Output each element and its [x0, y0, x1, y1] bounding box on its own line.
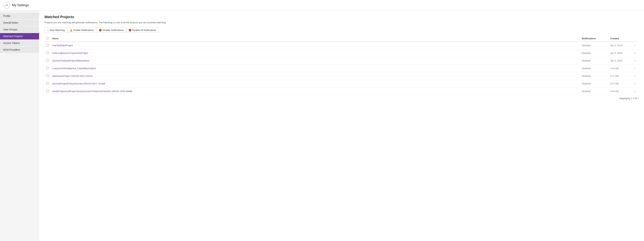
row-checkbox-6[interactable] — [46, 90, 49, 92]
row-checkbox-1[interactable] — [46, 52, 49, 54]
row-checkbox-5[interactable] — [46, 82, 49, 84]
disable-notifications-label: Disable Notifications — [102, 29, 124, 32]
stop-watching-label: Stop Watching — [50, 29, 65, 32]
app-header: My Settings — [0, 0, 644, 11]
avatar — [4, 2, 10, 8]
table-row: QaAutoIacProject-240103-0521-r2imrm Disa… — [44, 72, 639, 80]
created-date-4: 5:21 AM — [608, 72, 632, 80]
project-link-4[interactable]: QaAutoIacProject-240103-0521-r2imrm — [52, 75, 93, 77]
row-checkbox-2[interactable] — [46, 59, 49, 62]
created-date-5: 3:27 AM — [608, 80, 632, 88]
project-link-5[interactable]: QAAutoProjectPolicyOverride-240103-0327-… — [52, 82, 105, 85]
star-button-0[interactable]: ☆ — [633, 44, 636, 48]
table-row: HubTestDataProject Disabled Jan 2, 2024 … — [44, 42, 639, 50]
created-date-1: Jan 2, 2024 — [608, 49, 632, 57]
row-checkbox-4[interactable] — [46, 74, 49, 77]
table-row: QAAutoProjectPolicyOverride-240103-0327-… — [44, 80, 639, 88]
sidebar-item-user-groups[interactable]: User Groups — [0, 26, 39, 33]
page-title: Watched Projects — [44, 15, 639, 19]
project-link-6[interactable]: VerifyProjectAndProjectVersionCustomFiel… — [52, 90, 132, 92]
project-link-1[interactable]: HubLongNameComponentsProject — [52, 52, 88, 54]
notification-status-4: Disabled — [580, 72, 608, 80]
app-title: My Settings — [12, 4, 29, 7]
created-date-3: 2:44 AM — [608, 64, 632, 72]
col-header-name: Name — [50, 36, 580, 42]
star-button-5[interactable]: ☆ — [633, 82, 636, 86]
enable-notifications-button[interactable]: 🔔 Enable Notifications — [68, 28, 96, 33]
sidebar-item-access-tokens[interactable]: Access Tokens — [0, 40, 39, 46]
project-link-0[interactable]: HubTestDataProject — [52, 44, 73, 47]
toolbar: ☆ Stop Watching 🔔 Enable Notifications 🔕… — [44, 28, 639, 33]
created-date-2: Jan 2, 2024 — [608, 57, 632, 64]
notification-status-2: Disabled — [580, 57, 608, 64]
sidebar-item-overall-roles[interactable]: Overall Roles — [0, 20, 39, 26]
bell-off-icon: 🔕 — [99, 29, 102, 32]
svg-point-0 — [6, 4, 8, 6]
disable-all-notifications-button[interactable]: 🔕 Disable All Notifications — [126, 28, 158, 33]
created-date-6: 3:40 AM — [608, 88, 632, 95]
star-outline-icon: ☆ — [47, 29, 49, 32]
star-button-2[interactable]: ☆ — [633, 59, 636, 63]
notification-status-0: Disabled — [580, 42, 608, 50]
footer-pagination: Displaying 1-7 of 7 — [44, 95, 639, 102]
notification-status-3: Disabled — [580, 64, 608, 72]
table-row: HubLongNameComponentsProject Disabled Ja… — [44, 49, 639, 57]
bell-icon: 🔔 — [70, 29, 72, 32]
projects-table: Name Notifications Created HubTestDataPr… — [44, 36, 639, 95]
star-button-1[interactable]: ☆ — [633, 51, 636, 55]
enable-notifications-label: Enable Notifications — [74, 29, 94, 32]
sidebar-item-watched-projects[interactable]: Watched Projects — [0, 33, 39, 40]
page-description: Projects you are watching will generate … — [44, 21, 639, 24]
sidebar-item-scm-providers[interactable]: SCM Providers — [0, 46, 39, 53]
star-button-4[interactable]: ☆ — [633, 74, 636, 78]
main-content: Watched Projects Projects you are watchi… — [39, 11, 644, 241]
table-row: ComponentIntelligence_CapabilityAnalysis… — [44, 64, 639, 72]
created-date-0: Jan 2, 2024 — [608, 42, 632, 50]
project-link-3[interactable]: ComponentIntelligence_CapabilityAnalysis — [52, 67, 96, 70]
project-link-2[interactable]: QaAutoTestDataProjectWithoutScan — [52, 59, 90, 62]
star-button-6[interactable]: ☆ — [633, 90, 636, 93]
bell-slash-icon: 🔕 — [128, 29, 132, 32]
notification-status-1: Disabled — [580, 49, 608, 57]
select-all-checkbox[interactable] — [46, 37, 49, 40]
notification-status-5: Disabled — [580, 80, 608, 88]
disable-notifications-button[interactable]: 🔕 Disable Notifications — [96, 28, 126, 33]
col-header-notifications: Notifications — [580, 36, 608, 42]
table-row: QaAutoTestDataProjectWithoutScan Disable… — [44, 57, 639, 64]
stop-watching-button[interactable]: ☆ Stop Watching — [44, 28, 67, 33]
row-checkbox-3[interactable] — [46, 67, 49, 69]
col-header-created: Created — [608, 36, 632, 42]
row-checkbox-0[interactable] — [46, 44, 49, 46]
notification-status-6: Disabled — [580, 88, 608, 95]
sidebar: ProfileOverall RolesUser GroupsWatched P… — [0, 11, 39, 241]
pagination-info: Displaying 1-7 of 7 — [620, 97, 639, 100]
table-row: VerifyProjectAndProjectVersionCustomFiel… — [44, 88, 639, 95]
sidebar-item-profile[interactable]: Profile — [0, 13, 39, 19]
star-button-3[interactable]: ☆ — [633, 66, 636, 70]
disable-all-notifications-label: Disable All Notifications — [132, 29, 156, 32]
